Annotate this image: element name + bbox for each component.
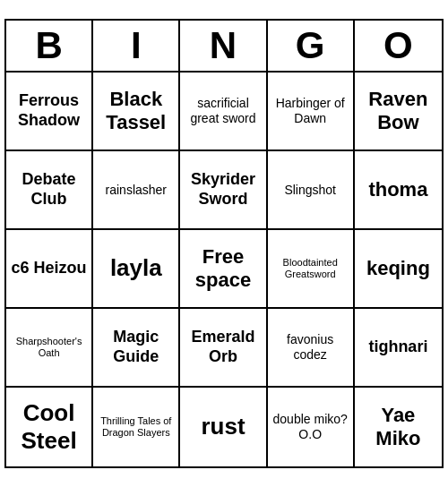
header-n: N xyxy=(180,21,267,71)
bingo-cell-23: double miko? O.O xyxy=(268,388,355,466)
bingo-cell-22: rust xyxy=(180,388,267,466)
bingo-cell-14: keqing xyxy=(355,230,442,309)
bingo-cell-7: Skyrider Sword xyxy=(180,151,267,230)
bingo-cell-6: rainslasher xyxy=(93,151,180,230)
bingo-cell-10: c6 Heizou xyxy=(6,230,93,309)
bingo-cell-21: Thrilling Tales of Dragon Slayers xyxy=(93,388,180,466)
bingo-cell-16: Magic Guide xyxy=(93,309,180,388)
bingo-cell-4: Raven Bow xyxy=(355,73,442,151)
bingo-cell-0: Ferrous Shadow xyxy=(6,73,93,151)
bingo-cell-1: Black Tassel xyxy=(93,73,180,151)
bingo-cell-15: Sharpshooter's Oath xyxy=(6,309,93,388)
bingo-cell-19: tighnari xyxy=(355,309,442,388)
header-o: O xyxy=(355,21,442,71)
bingo-cell-18: favonius codez xyxy=(268,309,355,388)
bingo-cell-5: Debate Club xyxy=(6,151,93,230)
bingo-cell-3: Harbinger of Dawn xyxy=(268,73,355,151)
bingo-header: B I N G O xyxy=(6,21,442,73)
header-i: I xyxy=(93,21,180,71)
bingo-card: B I N G O Ferrous ShadowBlack Tasselsacr… xyxy=(4,19,444,468)
bingo-cell-13: Bloodtainted Greatsword xyxy=(268,230,355,309)
bingo-cell-8: Slingshot xyxy=(268,151,355,230)
header-g: G xyxy=(268,21,355,71)
bingo-cell-11: layla xyxy=(93,230,180,309)
bingo-cell-12: Free space xyxy=(180,230,267,309)
bingo-cell-2: sacrificial great sword xyxy=(180,73,267,151)
bingo-cell-9: thoma xyxy=(355,151,442,230)
bingo-cell-17: Emerald Orb xyxy=(180,309,267,388)
bingo-grid: Ferrous ShadowBlack Tasselsacrificial gr… xyxy=(6,73,442,466)
header-b: B xyxy=(6,21,93,71)
bingo-cell-24: Yae Miko xyxy=(355,388,442,466)
bingo-cell-20: Cool Steel xyxy=(6,388,93,466)
